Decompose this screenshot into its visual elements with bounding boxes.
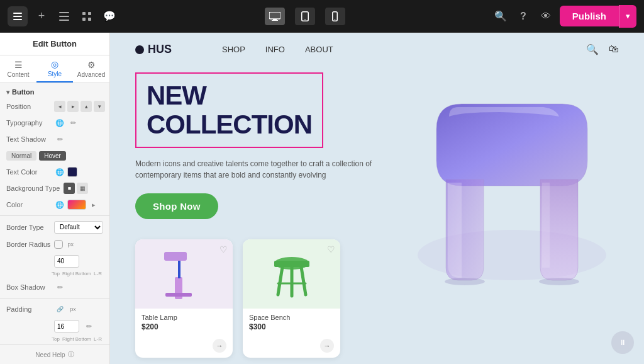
grid-button[interactable]: [78, 8, 96, 25]
border-radius-unit[interactable]: px: [65, 239, 76, 250]
tab-advanced[interactable]: ⚙ Advanced: [73, 55, 109, 82]
top-bar-left: + 💬: [8, 6, 118, 26]
text-shadow-label: Text Shadow: [6, 135, 50, 143]
panel-title: Edit Button: [0, 33, 109, 55]
content-tab-icon: ☰: [14, 60, 23, 70]
pad-lr-group: L-R: [92, 336, 103, 342]
radius-right-label: Right: [62, 271, 74, 276]
button-section-header: ▾ Button: [0, 83, 109, 98]
tab-content[interactable]: ☰ Content: [0, 55, 36, 82]
bg-type-gradient-btn[interactable]: ▦: [77, 183, 88, 194]
border-radius-input[interactable]: [54, 255, 79, 268]
svg-rect-6: [82, 12, 86, 15]
add-button[interactable]: +: [33, 8, 50, 25]
shop-now-button[interactable]: Shop Now: [135, 193, 218, 219]
search-button[interactable]: 🔍: [492, 8, 509, 25]
layers-button[interactable]: [55, 8, 73, 25]
padding-row: Padding 🔗 px: [0, 301, 109, 317]
hero-title-line2: COLLECTION: [147, 110, 312, 139]
canvas-area: HUS SHOP INFO ABOUT 🔍 🛍 NEW: [110, 33, 644, 364]
svg-rect-21: [165, 293, 192, 297]
top-bar: + 💬: [0, 0, 644, 33]
text-color-row: Text Color 🌐: [0, 164, 109, 180]
section-toggle-icon[interactable]: ▾: [6, 89, 9, 96]
publish-button[interactable]: Publish: [560, 6, 619, 26]
pad-bottom-group: Bottom: [75, 336, 91, 342]
border-radius-controls: px: [54, 239, 103, 250]
padding-input[interactable]: [54, 320, 79, 333]
hero-title-line1: NEW: [147, 81, 206, 110]
svg-rect-7: [88, 12, 91, 15]
device-desktop-button[interactable]: [265, 8, 285, 25]
device-mobile-button[interactable]: [325, 8, 345, 25]
padding-edit-icon[interactable]: ✏: [83, 321, 94, 332]
card-bench-heart[interactable]: ♡: [327, 244, 335, 254]
comment-button[interactable]: 💬: [101, 8, 118, 25]
radius-bottom-group: Bottom: [75, 271, 91, 276]
position-controls: ◂ ▸ ▴ ▾: [54, 101, 105, 112]
padding-label: Padding: [6, 305, 50, 313]
radius-top-label: Top: [50, 271, 61, 276]
border-type-select[interactable]: Default Solid Dashed Dotted: [54, 221, 103, 234]
padding-controls: 🔗 px: [54, 304, 103, 315]
color-edit-icon[interactable]: ▸: [88, 199, 99, 210]
svg-rect-8: [82, 18, 86, 21]
menu-button[interactable]: [8, 6, 28, 26]
nav-about[interactable]: ABOUT: [305, 45, 333, 54]
hero-section: NEW COLLECTION Modern icons and creative…: [110, 66, 644, 232]
color-swatch[interactable]: [67, 200, 86, 210]
preview-button[interactable]: 👁: [537, 8, 555, 25]
bg-type-solid-btn[interactable]: ■: [64, 183, 75, 194]
card-bench-footer: →: [243, 336, 340, 358]
box-shadow-row: Box Shadow ✏: [0, 279, 109, 295]
nav-info[interactable]: INFO: [265, 45, 285, 54]
card-bench-name: Space Bench: [249, 314, 334, 321]
padding-sub-inputs: Top Right Bottom L-R: [0, 335, 109, 344]
tab-style[interactable]: ◎ Style: [36, 55, 73, 82]
card-lamp-arrow[interactable]: →: [213, 339, 226, 353]
pad-right-group: Right: [62, 336, 74, 342]
padding-link-icon[interactable]: 🔗: [54, 304, 65, 315]
svg-rect-1: [13, 16, 22, 17]
card-lamp-heart[interactable]: ♡: [219, 244, 228, 254]
box-shadow-label: Box Shadow: [6, 283, 50, 291]
device-tablet-button[interactable]: [295, 8, 315, 25]
radius-sub-inputs: Top Right Bottom L-R: [0, 270, 109, 279]
text-color-swatch[interactable]: [67, 167, 77, 177]
advanced-tab-icon: ⚙: [87, 60, 96, 70]
state-row: Normal Hover: [0, 147, 109, 164]
pad-top-group: Top: [50, 336, 61, 342]
background-type-row: Background Type ■ ▦: [0, 180, 109, 196]
typography-controls: 🌐 ✏: [54, 117, 103, 128]
help-button[interactable]: ?: [514, 8, 532, 25]
typography-edit-icon[interactable]: ✏: [67, 117, 79, 128]
typography-row: Typography 🌐 ✏: [0, 115, 109, 131]
state-toggle: Normal Hover: [6, 151, 66, 161]
pos-right-btn[interactable]: ▸: [67, 101, 79, 112]
padding-unit[interactable]: px: [67, 304, 79, 315]
nav-shop[interactable]: SHOP: [222, 45, 245, 54]
typography-global-icon[interactable]: 🌐: [54, 117, 65, 128]
pos-left-btn[interactable]: ◂: [54, 101, 65, 112]
hero-text: NEW COLLECTION Modern icons and creative…: [135, 72, 374, 219]
text-shadow-edit-icon[interactable]: ✏: [54, 134, 65, 145]
top-bar-right: 🔍 ? 👁 Publish ▾: [492, 5, 636, 28]
publish-group: Publish ▾: [560, 5, 636, 28]
radius-lr-label: L-R: [92, 271, 103, 276]
pad-top-label: Top: [50, 336, 61, 342]
state-hover-btn[interactable]: Hover: [39, 151, 66, 161]
need-help[interactable]: Need Help ⓘ: [0, 344, 109, 364]
pause-button[interactable]: ⏸: [611, 331, 634, 354]
box-shadow-edit-icon[interactable]: ✏: [54, 282, 65, 293]
publish-dropdown-button[interactable]: ▾: [619, 5, 636, 28]
state-normal-btn[interactable]: Normal: [6, 151, 36, 161]
card-bench-arrow[interactable]: →: [320, 339, 334, 353]
border-type-label: Border Type: [6, 224, 50, 231]
typography-label: Typography: [6, 119, 50, 127]
color-global-icon[interactable]: 🌐: [54, 199, 65, 210]
pos-down-btn[interactable]: ▾: [94, 101, 105, 112]
text-color-global-icon[interactable]: 🌐: [54, 166, 65, 178]
logo-text: HUS: [148, 43, 172, 56]
pos-up-btn[interactable]: ▴: [80, 101, 92, 112]
pad-lr-label: L-R: [92, 336, 103, 342]
